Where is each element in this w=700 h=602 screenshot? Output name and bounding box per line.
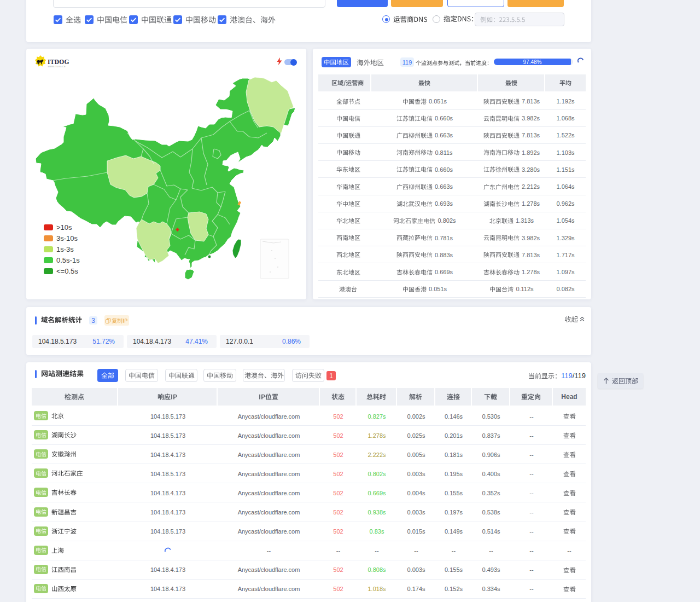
svg-text:ITDOG: ITDOG bbox=[48, 59, 69, 65]
svg-text:WWW.ITDOG.CN: WWW.ITDOG.CN bbox=[48, 66, 66, 68]
